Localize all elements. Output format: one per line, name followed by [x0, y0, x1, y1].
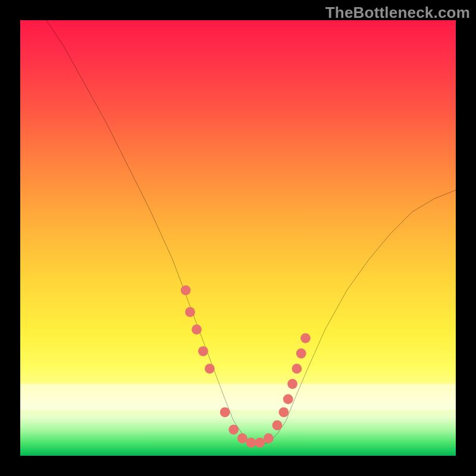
- dot: [228, 425, 239, 435]
- watermark-text: TheBottleneck.com: [325, 4, 470, 22]
- dot: [292, 364, 302, 374]
- dot: [264, 433, 274, 443]
- dot: [272, 420, 282, 430]
- dot: [246, 438, 256, 448]
- chart-frame: TheBottleneck.com: [0, 0, 476, 476]
- dot-cluster-group: [181, 285, 311, 447]
- v-curve-path: [46, 20, 456, 445]
- dot: [255, 438, 265, 448]
- dot: [296, 349, 306, 359]
- dot: [287, 379, 298, 389]
- chart-svg: [20, 20, 456, 456]
- plot-area: [20, 20, 456, 456]
- dot: [198, 346, 208, 356]
- dot: [220, 407, 230, 417]
- dot: [192, 324, 202, 334]
- dot: [283, 394, 293, 404]
- dot: [181, 285, 191, 295]
- dot: [237, 433, 248, 443]
- dot: [185, 307, 195, 317]
- dot: [278, 407, 289, 417]
- dot: [300, 333, 311, 343]
- dot: [205, 364, 215, 374]
